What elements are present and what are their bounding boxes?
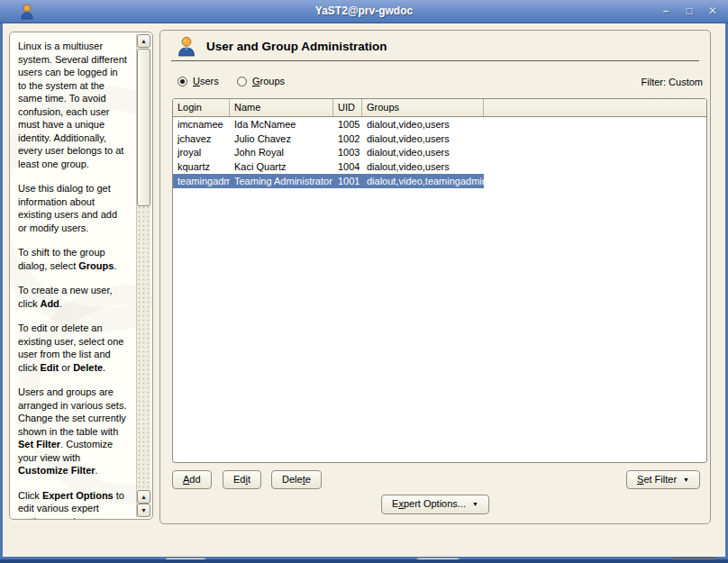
cell-empty [484, 174, 706, 188]
help-paragraph: To edit or delete an existing user, sele… [18, 322, 128, 374]
help-paragraph: Click Expert Options to edit various exp… [18, 489, 128, 521]
window-controls: – □ ✕ [660, 4, 719, 18]
cell-name: John Royal [230, 146, 333, 160]
scroll-up-icon[interactable]: ▲ [137, 34, 150, 48]
main-header: User and Group Administration [177, 36, 387, 57]
radio-users[interactable]: Users [177, 76, 219, 86]
column-header-uid[interactable]: UID [333, 99, 362, 116]
table-row[interactable]: kquartzKaci Quartz1004dialout,video,user… [173, 159, 706, 174]
maximize-icon[interactable]: □ [683, 4, 696, 18]
cell-name: Teaming Administrator [230, 174, 333, 188]
radio-circle-icon[interactable] [237, 77, 247, 86]
cell-login: jchavez [173, 132, 230, 146]
user-group-icon [177, 36, 196, 57]
help-text: Linux is a multiuser system. Several dif… [18, 40, 128, 520]
table-header: Login Name UID Groups [173, 99, 706, 117]
minimize-icon[interactable]: – [660, 4, 672, 18]
cell-empty [484, 117, 706, 132]
cell-login: kquartz [173, 159, 230, 174]
close-icon[interactable]: ✕ [706, 4, 719, 18]
column-header-empty [484, 99, 706, 116]
main-panel: User and Group Administration Users Grou… [159, 30, 711, 524]
column-header-name[interactable]: Name [230, 99, 333, 116]
chevron-down-icon: ▼ [683, 477, 689, 483]
help-panel: Linux is a multiuser system. Several dif… [9, 32, 153, 520]
set-filter-label: Set Filter [637, 474, 677, 485]
cell-uid: 1005 [333, 117, 362, 132]
help-paragraph: To shift to the group dialog, select Gro… [18, 246, 128, 272]
help-scrollbar[interactable]: ▲ ▲ ▼ [136, 34, 150, 517]
expert-options-label: Expert Options... [392, 498, 466, 509]
scrollbar-thumb[interactable] [137, 49, 150, 206]
radio-groups-label: Groups [252, 76, 285, 86]
table-row[interactable]: jroyalJohn Royal1003dialout,video,users [173, 146, 706, 160]
help-paragraph: Users and groups are arranged in various… [18, 386, 128, 477]
window-title: YaST2@prv-gwdoc [0, 5, 728, 17]
help-paragraph: Linux is a multiuser system. Several dif… [18, 40, 128, 170]
yast-window: YaST2@prv-gwdoc – □ ✕ Linux is a multius… [0, 0, 728, 563]
cell-uid: 1001 [333, 174, 362, 188]
cell-empty [484, 159, 706, 174]
add-button[interactable]: Add [172, 470, 212, 489]
window-frame-bottom [0, 559, 728, 563]
users-table: Login Name UID Groups imcnameeIda McName… [172, 98, 707, 463]
radio-users-label: Users [193, 76, 219, 86]
cell-name: Julio Chavez [230, 132, 333, 146]
header-separator [171, 60, 699, 61]
cell-name: Kaci Quartz [230, 159, 333, 174]
radio-groups[interactable]: Groups [237, 76, 285, 86]
cell-uid: 1004 [333, 159, 362, 174]
set-filter-button[interactable]: Set Filter▼ [626, 470, 700, 489]
scroll-down-icon[interactable]: ▼ [137, 504, 150, 517]
table-row[interactable]: jchavezJulio Chavez1002dialout,video,use… [173, 132, 706, 146]
delete-button[interactable]: Delete [271, 470, 322, 489]
column-header-login[interactable]: Login [173, 99, 230, 116]
cell-groups: dialout,video,users [362, 117, 484, 132]
page-title: User and Group Administration [206, 40, 387, 53]
help-paragraph: Use this dialog to get information about… [18, 182, 128, 234]
cell-groups: dialout,video,users [362, 132, 484, 146]
window-content: Linux is a multiuser system. Several dif… [3, 23, 725, 557]
radio-circle-icon[interactable] [177, 77, 187, 86]
column-header-groups[interactable]: Groups [362, 99, 484, 116]
cell-groups: dialout,video,users [362, 146, 484, 160]
cell-empty [484, 146, 706, 160]
table-row[interactable]: teamingadminTeaming Administrator1001dia… [173, 174, 706, 188]
cell-uid: 1003 [333, 146, 362, 160]
edit-button[interactable]: Edit [223, 470, 261, 489]
cell-groups: dialout,video,users [362, 159, 484, 174]
scroll-up-icon[interactable]: ▲ [137, 490, 150, 504]
cell-uid: 1002 [333, 132, 362, 146]
cell-name: Ida McNamee [230, 117, 333, 132]
expert-options-button[interactable]: Expert Options...▼ [381, 495, 489, 514]
help-paragraph: To create a new user, click Add. [18, 284, 128, 310]
table-body: imcnameeIda McNamee1005dialout,video,use… [173, 117, 706, 188]
cell-login: imcnamee [173, 117, 230, 132]
titlebar: YaST2@prv-gwdoc – □ ✕ [0, 0, 728, 23]
filter-status: Filter: Custom [642, 77, 703, 87]
cell-login: jroyal [173, 146, 230, 160]
cell-login: teamingadmin [173, 174, 230, 188]
chevron-down-icon: ▼ [472, 501, 478, 507]
table-row[interactable]: imcnameeIda McNamee1005dialout,video,use… [173, 117, 706, 132]
cell-groups: dialout,video,teamingadmin [362, 174, 484, 188]
cell-empty [484, 132, 706, 146]
